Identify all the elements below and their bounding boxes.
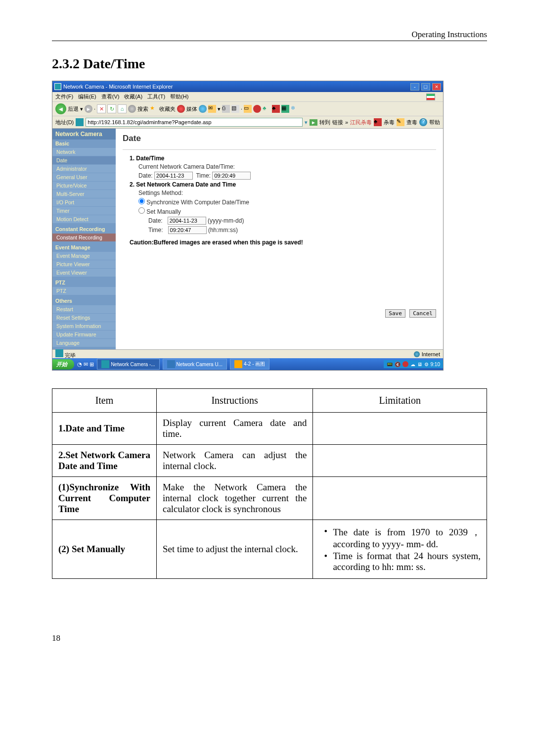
th-item: Item — [52, 389, 157, 413]
save-button[interactable]: Save — [385, 309, 405, 318]
menu-tools[interactable]: 工具(T) — [147, 93, 165, 100]
menu-file[interactable]: 文件(F) — [55, 93, 73, 100]
sidebar-item-pv[interactable]: Picture Viewer — [52, 260, 116, 268]
menu-edit[interactable]: 编辑(E) — [78, 93, 96, 100]
favorites-label[interactable]: 收藏夹 — [159, 105, 176, 113]
sidebar-item-motion[interactable]: Motion Detect — [52, 215, 116, 223]
taskbar-item-2[interactable]: Network Camera U... — [163, 359, 227, 370]
radio-sync[interactable] — [138, 198, 145, 204]
back-button[interactable]: ◄ — [55, 103, 66, 114]
sidebar-item-picture[interactable]: Picture/Voice — [52, 181, 116, 189]
edit-icon[interactable]: ▧ — [231, 105, 239, 113]
th-instructions: Instructions — [156, 389, 312, 413]
maximize-button[interactable]: □ — [421, 83, 430, 91]
cancel-button[interactable]: Cancel — [409, 309, 436, 318]
sidebar-item-io[interactable]: I/O Port — [52, 198, 116, 206]
av-icon-4[interactable]: ▦ — [281, 105, 289, 113]
tray-icon: 📟 — [387, 362, 393, 367]
links-label[interactable]: 链接 — [332, 119, 343, 126]
forward-button[interactable]: ► — [85, 105, 92, 113]
radio-manual[interactable] — [138, 207, 145, 214]
av-cb[interactable]: 查毒 — [406, 119, 417, 126]
menu-help[interactable]: 帮助(H) — [170, 93, 188, 100]
go-button[interactable]: ► — [310, 119, 317, 126]
table-row: 2.Set Network Camera Date and Time Netwo… — [52, 445, 487, 477]
time-label: Time: — [196, 172, 211, 179]
media-label[interactable]: 媒体 — [186, 105, 197, 113]
manual-date-input[interactable] — [168, 217, 206, 225]
sidebar-item-timer[interactable]: Timer — [52, 206, 116, 215]
search-icon[interactable] — [128, 105, 136, 113]
cell-limit — [313, 445, 487, 477]
av-icon-1[interactable] — [253, 105, 261, 113]
mail-icon[interactable]: ✉ — [208, 105, 216, 113]
bullet-1: The date is from 1970 to 2039，according … — [319, 526, 481, 550]
media-icon[interactable] — [177, 105, 185, 113]
favorites-icon[interactable]: ★ — [150, 105, 158, 113]
sidebar-item-cr[interactable]: Constant Recording — [52, 233, 116, 241]
sidebar-item-network[interactable]: Network — [52, 147, 116, 156]
sidebar-item-lang[interactable]: Language — [52, 338, 116, 347]
manual-time-input[interactable] — [168, 226, 207, 234]
sidebar-item-restart[interactable]: Restart — [52, 305, 116, 313]
sidebar-item-reset[interactable]: Reset Settings — [52, 313, 116, 322]
settings-method-label: Settings Method: — [138, 189, 436, 196]
cell-item: 1.Date and Time — [52, 413, 157, 445]
back-label: 后退 — [68, 105, 79, 113]
ie-icon — [54, 83, 61, 90]
av-icon-2[interactable]: ♣ — [263, 105, 270, 113]
manual-time-label: Time: — [148, 227, 163, 234]
address-input[interactable] — [86, 118, 303, 127]
table-row: 1.Date and Time Display current Camera d… — [52, 413, 487, 445]
sidebar-item-multi[interactable]: Multi-Server — [52, 189, 116, 198]
date-display — [154, 172, 193, 180]
caution-text: Caution:Buffered images are erased when … — [130, 239, 436, 246]
internet-icon — [414, 351, 420, 357]
sidebar-item-date[interactable]: Date — [52, 156, 116, 164]
menu-view[interactable]: 查看(V) — [101, 93, 120, 100]
discuss-icon[interactable]: ▭ — [244, 105, 252, 113]
sidebar-item-user[interactable]: General User — [52, 173, 116, 181]
sidebar-item-em[interactable]: Event Manage — [52, 251, 116, 260]
sidebar-item-admin[interactable]: Administrator — [52, 164, 116, 173]
home-button[interactable]: ⌂ — [118, 104, 127, 113]
av-scan-icon[interactable]: ✎ — [397, 118, 404, 126]
refresh-button[interactable]: ↻ — [107, 104, 116, 113]
av-hp[interactable]: 帮助 — [429, 119, 440, 126]
sidebar-group-cr: Constant Recording — [52, 225, 116, 233]
stop-button[interactable]: ✕ — [97, 104, 106, 113]
window-title: Network Camera - Microsoft Internet Expl… — [63, 84, 173, 90]
taskbar-item-3[interactable]: 4-2 - 画图 — [230, 359, 269, 370]
cell-limit: The date is from 1970 to 2039，according … — [313, 520, 487, 579]
sidebar-group-ptz: PTZ — [52, 279, 116, 286]
av-icon-3[interactable]: ♣ — [272, 105, 280, 113]
history-icon[interactable] — [199, 105, 207, 113]
av-kill-icon[interactable]: ♣ — [374, 118, 382, 126]
cell-item: (1)Synchronize With Current Computer Tim… — [52, 477, 157, 520]
sidebar-item-ev[interactable]: Event Viewer — [52, 268, 116, 277]
av-help-icon[interactable]: ? — [419, 118, 427, 126]
sidebar-group-others: Others — [52, 297, 116, 305]
close-button[interactable]: × — [432, 83, 441, 91]
manual-time-hint: (hh:mm:ss) — [208, 227, 238, 234]
av-sd[interactable]: 杀毒 — [384, 119, 395, 126]
sidebar-group-basic: Basic — [52, 140, 116, 147]
start-button[interactable]: 开始 — [52, 359, 74, 370]
av-icon-5[interactable]: ❄ — [291, 105, 299, 113]
cell-limit — [313, 477, 487, 520]
sidebar-item-sysinfo[interactable]: System Information — [52, 322, 116, 330]
search-label[interactable]: 搜索 — [137, 105, 148, 113]
radio-manual-label: Set Manually — [146, 208, 180, 215]
system-tray[interactable]: 📟 🔇 ☁ 🖥 ⚙ 9:10 — [384, 360, 443, 368]
status-text: 完毕 — [65, 352, 76, 358]
menu-fav[interactable]: 收藏(A) — [124, 93, 142, 100]
tray-icon: 🔇 — [395, 362, 400, 367]
av-jr[interactable]: 江民杀毒 — [350, 119, 372, 126]
sidebar-item-update[interactable]: Update Firmware — [52, 330, 116, 338]
heading-2: 2. Set Network Camera Date and Time — [130, 181, 436, 188]
taskbar-item-1[interactable]: Network Camera -... — [97, 359, 159, 370]
status-bar: 完毕 Internet — [52, 349, 443, 358]
print-icon[interactable]: ⎙ — [222, 105, 230, 113]
minimize-button[interactable]: - — [410, 83, 419, 91]
sidebar-item-ptz[interactable]: PTZ — [52, 286, 116, 295]
